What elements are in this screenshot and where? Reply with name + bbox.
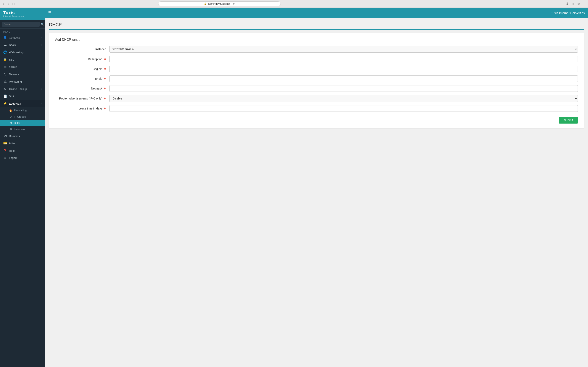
sidebar-item-online-backup[interactable]: ↻ Online Backup ‹ <box>0 85 45 92</box>
search-input[interactable] <box>2 22 40 27</box>
saas-chevron: ‹ <box>41 44 42 46</box>
browser-actions: ⬇ ⬆ ⧉ + <box>565 1 586 6</box>
description-input[interactable] <box>109 56 578 62</box>
back-button[interactable]: ‹ <box>2 2 5 6</box>
dadup-label: daDup <box>9 66 17 68</box>
sidebar-item-edgewall[interactable]: ⚡ EdgeWall › <box>0 100 45 107</box>
beginip-label: Beginip ✱ <box>55 67 106 71</box>
sidebar-item-logout[interactable]: ⎋ Logout <box>0 154 45 161</box>
search-bar: 🔍 <box>0 20 45 29</box>
logout-label: Logout <box>9 156 17 159</box>
submit-button[interactable]: Submit <box>559 117 578 124</box>
share-button[interactable]: ⬆ <box>571 1 575 6</box>
router-adv-select[interactable]: Disable Enable <box>109 95 578 102</box>
ip-groups-icon: ⊙ <box>9 115 12 118</box>
tabs-button[interactable]: ⧉ <box>577 2 581 6</box>
hamburger-menu-button[interactable]: ☰ <box>48 11 52 15</box>
dhcp-form-card: Add DHCP range Instance firewall01.tuxis… <box>49 33 584 128</box>
menu-label: Menu <box>0 29 45 34</box>
saas-icon: ☁ <box>3 43 7 47</box>
sidebar-item-dadup[interactable]: ☰ daDup <box>0 63 45 71</box>
instances-label: Instances <box>14 128 25 131</box>
netmask-label: Netmask ✱ <box>55 87 106 90</box>
ip-groups-label: IP Groups <box>14 115 26 118</box>
card-title: Add DHCP range <box>55 38 578 42</box>
lease-time-required: ✱ <box>104 107 106 110</box>
sidebar-item-saas[interactable]: ☁ SaaS ‹ <box>0 41 45 49</box>
help-label: Help <box>9 149 15 152</box>
lock-icon: 🔒 <box>204 2 207 5</box>
lease-time-input[interactable] <box>109 105 578 112</box>
field-row-router-adv: Router advertisements (IPv6 only) ✱ Disa… <box>55 95 578 102</box>
router-adv-required: ✱ <box>104 97 106 100</box>
sla-icon: 📄 <box>3 94 7 98</box>
logo-sub: Internet Engineering <box>3 15 24 17</box>
field-row-description: Description ✱ <box>55 56 578 62</box>
domains-icon: 🏷 <box>3 134 7 138</box>
netmask-input[interactable] <box>109 85 578 92</box>
sidebar-item-dhcp[interactable]: ⊞ DHCP <box>0 120 45 126</box>
online-backup-icon: ↻ <box>3 87 7 91</box>
forward-button[interactable]: › <box>7 2 10 6</box>
instances-icon: 🖥 <box>9 128 12 131</box>
main-content: DHCP Add DHCP range Instance firewall01.… <box>45 18 588 367</box>
url-text: admindev.tuxis.net <box>208 2 230 5</box>
network-icon: ⬡ <box>3 72 7 76</box>
network-chevron: ‹ <box>41 73 42 75</box>
help-icon: ❓ <box>3 149 7 152</box>
page-title: DHCP <box>49 22 584 30</box>
download-button[interactable]: ⬇ <box>565 1 570 6</box>
search-icon[interactable]: 🔍 <box>41 23 44 26</box>
view-mode-button[interactable]: □ <box>12 2 15 6</box>
ssl-label: SSL <box>9 58 14 61</box>
sidebar-item-ip-groups[interactable]: ⊙ IP Groups <box>0 114 45 120</box>
field-row-netmask: Netmask ✱ <box>55 85 578 92</box>
online-backup-chevron: ‹ <box>41 88 42 90</box>
sidebar-item-network[interactable]: ⬡ Network ‹ <box>0 71 45 78</box>
sidebar-item-domains[interactable]: 🏷 Domains <box>0 133 45 140</box>
billing-chevron: ‹ <box>41 142 42 145</box>
description-label: Description ✱ <box>55 58 106 61</box>
contacts-label: Contacts <box>9 36 20 39</box>
sidebar-item-help[interactable]: ❓ Help <box>0 147 45 154</box>
sidebar-item-contacts[interactable]: 👤 Contacts ‹ <box>0 34 45 41</box>
sidebar-item-billing[interactable]: 💳 Billing ‹ <box>0 140 45 147</box>
app-layout: Tuxis Internet Engineering 🔍 Menu 👤 Cont… <box>0 8 588 367</box>
form-actions: Submit <box>55 117 578 124</box>
sidebar-item-firewalling[interactable]: 🔥 Firewalling <box>0 107 45 114</box>
sidebar: Tuxis Internet Engineering 🔍 Menu 👤 Cont… <box>0 8 45 367</box>
online-backup-label: Online Backup <box>9 87 27 91</box>
monitoring-icon: ⚠ <box>3 80 7 83</box>
edgewall-label: EdgeWall <box>9 102 21 105</box>
endip-required: ✱ <box>104 77 106 80</box>
ssl-icon: 🔒 <box>3 58 7 61</box>
router-adv-label: Router advertisements (IPv6 only) ✱ <box>55 97 106 100</box>
webhosting-label: Webhosting <box>9 51 24 54</box>
sidebar-item-monitoring[interactable]: ⚠ Monitoring <box>0 78 45 85</box>
sidebar-item-instances[interactable]: 🖥 Instances <box>0 126 45 133</box>
new-tab-button[interactable]: + <box>582 2 586 6</box>
firewalling-label: Firewalling <box>14 109 26 112</box>
edgewall-icon: ⚡ <box>3 102 7 105</box>
header-company-name: Tuxis Internet Hekkertjes <box>551 11 585 15</box>
dhcp-label: DHCP <box>14 122 21 125</box>
webhosting-icon: 🌐 <box>3 50 7 54</box>
field-row-instance: Instance firewall01.tuxis.nl <box>55 46 578 53</box>
sla-label: SLA <box>9 95 14 98</box>
endip-input[interactable] <box>109 75 578 82</box>
lease-time-label: Lease time in days ✱ <box>55 107 106 110</box>
reload-button[interactable]: ↻ <box>233 2 235 5</box>
sidebar-item-sla[interactable]: 📄 SLA <box>0 92 45 100</box>
top-header: ☰ Tuxis Internet Hekkertjes <box>45 8 588 18</box>
logout-icon: ⎋ <box>3 156 7 160</box>
sidebar-item-webhosting[interactable]: 🌐 Webhosting <box>0 49 45 56</box>
beginip-input[interactable] <box>109 66 578 72</box>
logo: Tuxis Internet Engineering <box>3 11 24 17</box>
address-bar[interactable]: 🔒 admindev.tuxis.net ↻ <box>158 1 281 6</box>
instance-select[interactable]: firewall01.tuxis.nl <box>109 46 578 53</box>
instance-label: Instance <box>55 48 106 51</box>
dadup-icon: ☰ <box>3 65 7 69</box>
saas-label: SaaS <box>9 43 16 47</box>
billing-label: Billing <box>9 142 16 145</box>
sidebar-item-ssl[interactable]: 🔒 SSL <box>0 56 45 63</box>
